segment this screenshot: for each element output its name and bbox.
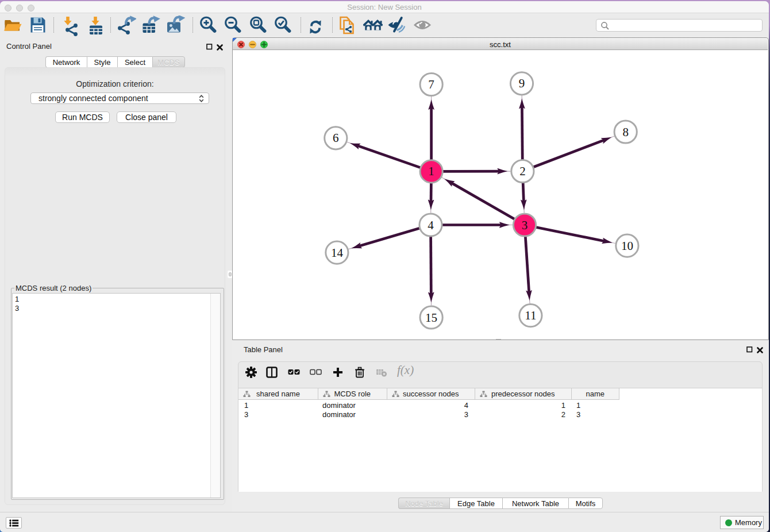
svg-text:2: 2 (519, 164, 526, 178)
svg-text:14: 14 (331, 246, 344, 260)
svg-text:6: 6 (333, 131, 339, 145)
svg-text:9: 9 (519, 76, 525, 90)
svg-text:11: 11 (525, 309, 536, 322)
svg-text:15: 15 (425, 311, 437, 325)
svg-text:7: 7 (428, 78, 434, 91)
svg-text:8: 8 (622, 125, 629, 139)
svg-text:4: 4 (428, 218, 434, 232)
svg-text:10: 10 (621, 239, 633, 253)
svg-text:3: 3 (522, 218, 528, 232)
svg-text:1: 1 (428, 164, 434, 178)
